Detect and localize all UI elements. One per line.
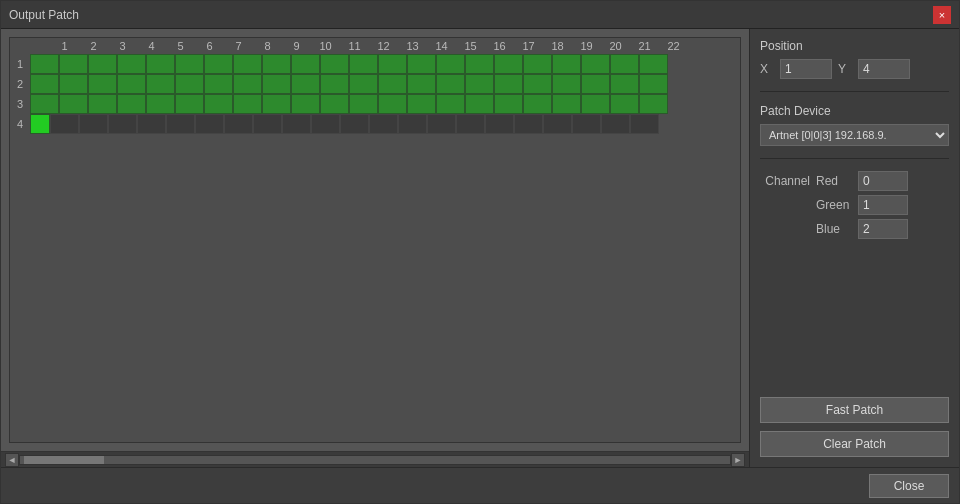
grid-cell[interactable]: [407, 74, 436, 94]
grid-cell[interactable]: [378, 94, 407, 114]
grid-cell[interactable]: [30, 74, 59, 94]
grid-cell[interactable]: [166, 114, 195, 134]
grid-cell[interactable]: [224, 114, 253, 134]
grid-cell[interactable]: [427, 114, 456, 134]
grid-wrapper[interactable]: 1 2 3 4 5 6 7 8 9 10 11 12 13 14: [9, 37, 741, 443]
grid-cell[interactable]: [630, 114, 659, 134]
grid-cell[interactable]: [340, 114, 369, 134]
scrollbar-track[interactable]: [19, 455, 731, 465]
close-button[interactable]: Close: [869, 474, 949, 498]
grid-cell[interactable]: [639, 54, 668, 74]
grid-cell[interactable]: [436, 94, 465, 114]
grid-cell[interactable]: [59, 54, 88, 74]
grid-cell[interactable]: [349, 74, 378, 94]
grid-cell[interactable]: [349, 54, 378, 74]
grid-cell[interactable]: [204, 74, 233, 94]
grid-cell[interactable]: [485, 114, 514, 134]
grid-cell[interactable]: [175, 54, 204, 74]
grid-cell[interactable]: [137, 114, 166, 134]
fast-patch-button[interactable]: Fast Patch: [760, 397, 949, 423]
grid-cell[interactable]: [465, 94, 494, 114]
grid-cell[interactable]: [349, 94, 378, 114]
grid-cell[interactable]: [572, 114, 601, 134]
y-input[interactable]: [858, 59, 910, 79]
grid-cell[interactable]: [59, 94, 88, 114]
clear-patch-button[interactable]: Clear Patch: [760, 431, 949, 457]
grid-cell[interactable]: [253, 114, 282, 134]
horizontal-scrollbar[interactable]: ◄ ►: [1, 451, 749, 467]
grid-cell[interactable]: [262, 74, 291, 94]
grid-cell[interactable]: [311, 114, 340, 134]
table-row[interactable]: 1: [10, 54, 740, 74]
grid-cell[interactable]: [523, 94, 552, 114]
grid-cell[interactable]: [233, 94, 262, 114]
grid-cell[interactable]: [88, 94, 117, 114]
grid-cell[interactable]: [610, 74, 639, 94]
grid-cell[interactable]: [494, 94, 523, 114]
grid-cell[interactable]: [581, 94, 610, 114]
grid-cell[interactable]: [378, 54, 407, 74]
patch-device-dropdown[interactable]: Artnet [0|0|3] 192.168.9.: [760, 124, 949, 146]
grid-cell[interactable]: [88, 54, 117, 74]
grid-cell[interactable]: [146, 94, 175, 114]
grid-cell[interactable]: [552, 74, 581, 94]
x-input[interactable]: [780, 59, 832, 79]
grid-cell[interactable]: [436, 54, 465, 74]
table-row[interactable]: 2: [10, 74, 740, 94]
grid-cell[interactable]: [30, 94, 59, 114]
grid-cell[interactable]: [494, 54, 523, 74]
grid-cell[interactable]: [523, 74, 552, 94]
grid-cell[interactable]: [581, 74, 610, 94]
grid-cell[interactable]: [407, 54, 436, 74]
table-row[interactable]: 3: [10, 94, 740, 114]
grid-cell[interactable]: [262, 54, 291, 74]
grid-cell[interactable]: [456, 114, 485, 134]
scroll-left-button[interactable]: ◄: [5, 453, 19, 467]
grid-cell[interactable]: [320, 54, 349, 74]
grid-cell[interactable]: [494, 74, 523, 94]
grid-cell[interactable]: [320, 74, 349, 94]
grid-cell[interactable]: [514, 114, 543, 134]
grid-cell[interactable]: [291, 54, 320, 74]
grid-cell[interactable]: [117, 74, 146, 94]
grid-cell[interactable]: [378, 74, 407, 94]
green-input[interactable]: [858, 195, 908, 215]
scrollbar-thumb[interactable]: [24, 456, 104, 464]
grid-cell[interactable]: [639, 74, 668, 94]
grid-cell[interactable]: [369, 114, 398, 134]
table-row[interactable]: 4: [10, 114, 740, 134]
grid-cell[interactable]: [204, 94, 233, 114]
grid-cell-active[interactable]: [30, 114, 50, 134]
grid-cell[interactable]: [398, 114, 427, 134]
grid-cell[interactable]: [204, 54, 233, 74]
grid-cell[interactable]: [282, 114, 311, 134]
grid-cell[interactable]: [108, 114, 137, 134]
grid-cell[interactable]: [610, 54, 639, 74]
grid-cell[interactable]: [175, 74, 204, 94]
grid-cell[interactable]: [262, 94, 291, 114]
grid-cell[interactable]: [175, 94, 204, 114]
grid-cell[interactable]: [195, 114, 224, 134]
grid-cell[interactable]: [523, 54, 552, 74]
grid-cell[interactable]: [30, 54, 59, 74]
grid-cell[interactable]: [146, 74, 175, 94]
grid-cell[interactable]: [436, 74, 465, 94]
blue-input[interactable]: [858, 219, 908, 239]
grid-cell[interactable]: [601, 114, 630, 134]
grid-cell[interactable]: [552, 54, 581, 74]
grid-cell[interactable]: [465, 54, 494, 74]
window-close-button[interactable]: ×: [933, 6, 951, 24]
grid-cell[interactable]: [407, 94, 436, 114]
grid-cell[interactable]: [320, 94, 349, 114]
grid-cell[interactable]: [543, 114, 572, 134]
grid-cell[interactable]: [291, 94, 320, 114]
red-input[interactable]: [858, 171, 908, 191]
grid-cell[interactable]: [610, 94, 639, 114]
grid-cell[interactable]: [581, 54, 610, 74]
grid-cell[interactable]: [146, 54, 175, 74]
grid-cell[interactable]: [639, 94, 668, 114]
scroll-right-button[interactable]: ►: [731, 453, 745, 467]
grid-cell[interactable]: [50, 114, 79, 134]
grid-cell[interactable]: [233, 54, 262, 74]
grid-cell[interactable]: [59, 74, 88, 94]
